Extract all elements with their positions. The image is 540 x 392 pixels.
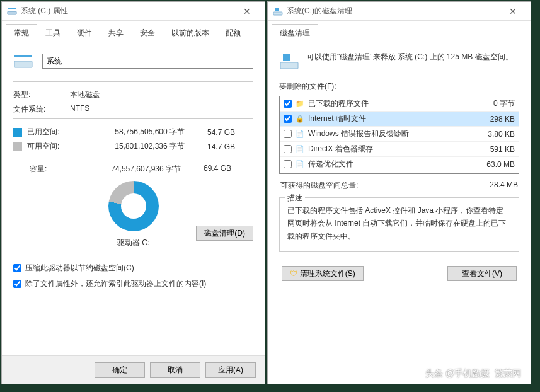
file-checkbox[interactable] (284, 130, 292, 138)
files-label: 要删除的文件(F): (279, 81, 519, 92)
type-label: 类型: (13, 89, 70, 100)
file-name: 传递优化文件 (308, 159, 467, 170)
lock-icon: 🔒 (296, 115, 304, 124)
compress-checkbox[interactable] (13, 264, 21, 272)
svg-rect-1 (8, 8, 16, 9)
type-value: 本地磁盘 (70, 89, 253, 100)
index-checkbox[interactable] (13, 280, 21, 288)
capacity-label: 容量: (30, 164, 86, 175)
description-legend: 描述 (285, 193, 305, 204)
svg-rect-2 (14, 61, 32, 67)
file-name: DirectX 着色器缓存 (308, 144, 467, 154)
info-text: 可以使用"磁盘清理"来释放 系统 (C:) 上的 125 MB 磁盘空间。 (307, 51, 519, 63)
close-icon[interactable]: ✕ (234, 6, 260, 16)
tab-hardware[interactable]: 硬件 (69, 24, 100, 42)
titlebar: 系统(C:)的磁盘清理 ✕ (268, 2, 531, 21)
used-color-swatch (13, 128, 22, 137)
ok-button[interactable]: 确定 (95, 362, 145, 378)
file-item[interactable]: 📁已下载的程序文件0 字节 (280, 96, 519, 112)
file-item[interactable]: 📄DirectX 着色器缓存591 KB (280, 142, 519, 157)
file-item[interactable]: 📄Windows 错误报告和反馈诊断3.80 KB (280, 127, 519, 142)
total-label: 可获得的磁盘空间总量: (280, 180, 358, 191)
file-icon: 📄 (296, 160, 304, 169)
used-label: 已用空间: (27, 127, 90, 137)
compress-checkbox-row[interactable]: 压缩此驱动器以节约磁盘空间(C) (13, 263, 253, 274)
file-checkbox[interactable] (284, 115, 292, 123)
drive-icon (7, 6, 17, 16)
usage-donut (108, 181, 159, 231)
file-item[interactable]: 🔒Internet 临时文件298 KB (280, 112, 519, 127)
file-list[interactable]: 📁已下载的程序文件0 字节🔒Internet 临时文件298 KB📄Window… (279, 96, 519, 174)
clean-system-files-label: 清理系统文件(S) (300, 269, 355, 278)
drive-large-icon (13, 51, 33, 71)
file-size: 298 KB (471, 115, 515, 124)
clean-system-files-button[interactable]: 🛡 清理系统文件(S) (282, 266, 364, 281)
total-value: 28.4 MB (490, 180, 518, 191)
capacity-gb: 69.4 GB (193, 164, 231, 175)
apply-button[interactable]: 应用(A) (205, 362, 256, 378)
disk-cleanup-button[interactable]: 磁盘清理(D) (196, 226, 253, 241)
view-files-button[interactable]: 查看文件(V) (447, 266, 517, 281)
index-checkbox-row[interactable]: 除了文件属性外，还允许索引此驱动器上文件的内容(I) (13, 279, 253, 289)
capacity-bytes: 74,557,607,936 字节 (86, 164, 181, 175)
file-size: 63.0 MB (471, 160, 515, 169)
free-color-swatch (13, 142, 22, 151)
close-icon[interactable]: ✕ (500, 6, 526, 16)
free-label: 可用空间: (27, 141, 90, 152)
file-name: Internet 临时文件 (308, 113, 467, 124)
file-icon: 📄 (296, 145, 304, 154)
file-icon: 📄 (296, 130, 304, 139)
svg-rect-7 (283, 54, 290, 61)
svg-rect-4 (273, 12, 282, 15)
titlebar: 系统 (C:) 属性 ✕ (2, 2, 265, 21)
window-title: 系统(C:)的磁盘清理 (287, 6, 500, 16)
cleanup-large-icon (279, 51, 299, 71)
fs-value: NTFS (70, 104, 253, 115)
tab-security[interactable]: 安全 (132, 24, 163, 42)
tab-quota[interactable]: 配额 (217, 24, 249, 42)
window-title: 系统 (C:) 属性 (21, 6, 234, 16)
tab-general[interactable]: 常规 (6, 24, 37, 42)
tab-tools[interactable]: 工具 (37, 24, 69, 42)
svg-rect-6 (280, 62, 298, 69)
file-name: Windows 错误报告和反馈诊断 (308, 129, 467, 139)
cleanup-content: 可以使用"磁盘清理"来释放 系统 (C:) 上的 125 MB 磁盘空间。 要删… (268, 42, 531, 384)
cleanup-icon (273, 6, 283, 16)
file-size: 3.80 KB (471, 130, 515, 139)
compress-label: 压缩此驱动器以节约磁盘空间(C) (25, 263, 134, 274)
free-gb: 14.7 GB (197, 142, 235, 151)
file-checkbox[interactable] (284, 100, 292, 108)
tab-diskcleanup[interactable]: 磁盘清理 (272, 24, 318, 42)
shield-icon: 🛡 (290, 269, 297, 278)
tab-strip: 常规 工具 硬件 共享 安全 以前的版本 配额 (2, 21, 265, 42)
fs-label: 文件系统: (13, 104, 70, 115)
svg-rect-0 (8, 11, 16, 14)
file-size: 0 字节 (471, 98, 515, 109)
cancel-button[interactable]: 取消 (150, 362, 200, 378)
tab-sharing[interactable]: 共享 (100, 24, 132, 42)
properties-window: 系统 (C:) 属性 ✕ 常规 工具 硬件 共享 安全 以前的版本 配额 类型:… (1, 1, 265, 384)
file-size: 591 KB (471, 145, 515, 154)
file-checkbox[interactable] (284, 160, 292, 168)
file-name: 已下载的程序文件 (308, 98, 467, 109)
footer: 确定 取消 应用(A) (2, 355, 265, 384)
tab-strip: 磁盘清理 (268, 21, 531, 42)
index-label: 除了文件属性外，还允许索引此驱动器上文件的内容(I) (25, 279, 206, 289)
svg-rect-3 (14, 55, 32, 57)
description-text: 已下载的程序文件包括 ActiveX 控件和 Java 小程序，你查看特定网页时… (287, 204, 511, 243)
folder-icon: 📁 (296, 100, 304, 108)
free-bytes: 15,801,102,336 字节 (90, 141, 185, 152)
used-bytes: 58,756,505,600 字节 (90, 127, 185, 137)
file-checkbox[interactable] (284, 145, 292, 153)
drive-name-input[interactable] (42, 54, 253, 69)
tab-previous[interactable]: 以前的版本 (163, 24, 217, 42)
svg-rect-5 (275, 8, 279, 11)
diskcleanup-window: 系统(C:)的磁盘清理 ✕ 磁盘清理 可以使用"磁盘清理"来释放 系统 (C:)… (267, 1, 531, 384)
drive-letter: 驱动器 C: (117, 238, 149, 248)
file-item[interactable]: 📄传递优化文件63.0 MB (280, 157, 519, 171)
props-content: 类型: 本地磁盘 文件系统: NTFS 已用空间: 58,756,505,600… (2, 42, 265, 355)
description-fieldset: 描述 已下载的程序文件包括 ActiveX 控件和 Java 小程序，你查看特定… (279, 197, 519, 252)
used-gb: 54.7 GB (197, 128, 235, 137)
